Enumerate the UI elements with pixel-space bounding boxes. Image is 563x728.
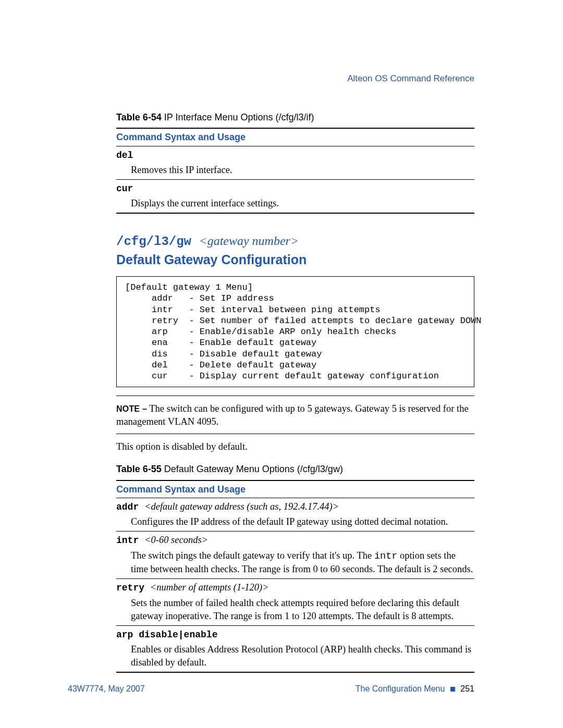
- cmd-intr-param: <0-60 seconds>: [144, 535, 208, 545]
- section-head: /cfg/l3/gw <gateway number> Default Gate…: [116, 232, 474, 269]
- section-title: Default Gateway Configuration: [116, 251, 474, 269]
- cmd-intr: intr: [116, 535, 144, 546]
- table-row: cur Displays the current interface setti…: [116, 182, 474, 210]
- cmd-arp: arp disable|enable: [116, 630, 217, 640]
- cmd-addr-param: <default gateway address (such as, 192.4…: [144, 501, 339, 512]
- rule: [116, 179, 474, 180]
- page-footer: 43W7774, May 2007 The Configuration Menu…: [68, 683, 474, 695]
- table-54-number: Table 6-54: [116, 112, 162, 122]
- cmd-retry: retry: [116, 583, 150, 593]
- footer-section-label: The Configuration Menu: [356, 684, 445, 693]
- rule: [116, 146, 474, 146]
- table-row: del Removes this IP interface.: [116, 149, 474, 177]
- note-label: NOTE –: [116, 404, 147, 413]
- table-54-column-head: Command Syntax and Usage: [116, 131, 474, 143]
- cmd-cur: cur: [116, 183, 133, 194]
- rule: [116, 396, 474, 396]
- rule: [116, 128, 474, 129]
- table-row: retry <number of attempts (1-120)> Sets …: [116, 581, 474, 622]
- running-head: Alteon OS Command Reference: [116, 73, 474, 85]
- cmd-addr: addr: [116, 502, 144, 512]
- cmd-del: del: [116, 150, 133, 161]
- cmd-cur-desc: Displays the current interface settings.: [131, 197, 474, 210]
- table-55-title: Default Gateway Menu Options (/cfg/l3/gw…: [162, 464, 343, 474]
- rule: [116, 531, 474, 532]
- square-icon: [450, 687, 455, 692]
- rule: [116, 672, 474, 673]
- cmd-intr-desc: The switch pings the default gateway to …: [131, 549, 474, 576]
- cmd-retry-desc: Sets the number of failed health check a…: [131, 597, 474, 623]
- rule: [116, 434, 474, 434]
- page-root: Alteon OS Command Reference Table 6-54 I…: [0, 0, 563, 728]
- menu-box: [Default gateway 1 Menu] addr - Set IP a…: [116, 276, 474, 387]
- rule: [116, 213, 474, 214]
- table-55-number: Table 6-55: [116, 464, 162, 474]
- section-path: /cfg/l3/gw: [116, 235, 199, 249]
- rule: [116, 625, 474, 626]
- table-row: addr <default gateway address (such as, …: [116, 500, 474, 528]
- page-number: 251: [460, 684, 474, 693]
- body-paragraph: This option is disabled by default.: [116, 440, 474, 453]
- note-text: The switch can be configured with up to …: [116, 403, 469, 427]
- table-row: intr <0-60 seconds> The switch pings the…: [116, 534, 474, 576]
- table-54-caption: Table 6-54 IP Interface Menu Options (/c…: [116, 111, 474, 124]
- cmd-intr-desc-mono: intr: [374, 551, 397, 562]
- table-54-title: IP Interface Menu Options (/cfg/l3/if): [162, 112, 314, 122]
- cmd-addr-desc: Configures the IP address of the default…: [131, 515, 474, 528]
- cmd-del-desc: Removes this IP interface.: [131, 164, 474, 177]
- table-55-column-head: Command Syntax and Usage: [116, 483, 474, 496]
- section-param: <gateway number>: [199, 234, 299, 248]
- footer-left: 43W7774, May 2007: [68, 683, 145, 695]
- cmd-arp-desc: Enables or disables Address Resolution P…: [131, 643, 474, 669]
- rule: [116, 498, 474, 498]
- rule: [116, 578, 474, 579]
- cmd-retry-param: <number of attempts (1-120)>: [150, 582, 269, 593]
- rule: [116, 480, 474, 481]
- cmd-intr-desc-pre: The switch pings the default gateway to …: [131, 550, 374, 561]
- table-row: arp disable|enable Enables or disables A…: [116, 628, 474, 669]
- note-paragraph: NOTE – The switch can be configured with…: [116, 402, 474, 428]
- footer-right: The Configuration Menu 251: [356, 683, 474, 695]
- table-55-caption: Table 6-55 Default Gateway Menu Options …: [116, 463, 474, 475]
